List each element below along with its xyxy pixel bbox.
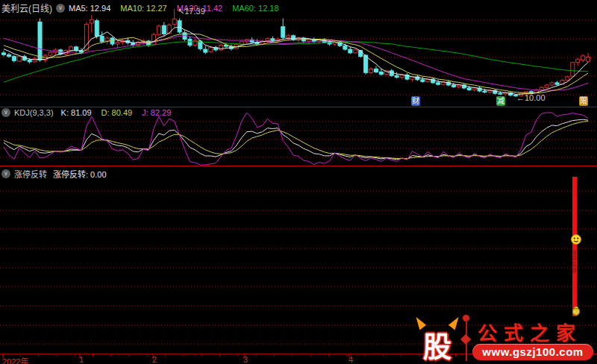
candle-body: [49, 52, 52, 55]
candle-body: [157, 26, 160, 34]
candle-body: [451, 85, 455, 87]
collapse-main-icon[interactable]: ∨: [56, 4, 65, 13]
logo-character: 股: [423, 324, 451, 364]
candle-body: [390, 71, 393, 75]
candle-body: [581, 56, 585, 60]
axis-label: 1: [79, 355, 84, 364]
watermark: 股 公式之家 www.gszj100.com: [409, 313, 597, 364]
candle-body: [354, 50, 357, 53]
candle-body: [374, 69, 378, 72]
signal-value: 涨停反转: 0.00: [53, 168, 107, 180]
ma5-value: MA5: 12.94: [69, 4, 110, 13]
candle-body: [38, 22, 42, 60]
candle-body: [266, 39, 269, 41]
kdj-d-value: D: 80.49: [101, 108, 133, 117]
candle-body: [369, 69, 373, 73]
high-price-label: ↖17.39: [178, 7, 205, 16]
candle-body: [271, 39, 275, 40]
main-panel-header: 美利云(日线) ∨ MA5: 12.94 MA10: 12.27 MA20: 1…: [1, 1, 279, 14]
chart-canvas: [0, 0, 597, 364]
site-name: 公式之家: [478, 318, 597, 345]
candle-body: [457, 85, 460, 87]
candle-body: [364, 55, 368, 72]
candle-body: [69, 47, 73, 51]
candle-body: [287, 36, 290, 37]
candle-body: [545, 85, 548, 87]
candle-body: [587, 57, 590, 62]
candle-body: [172, 19, 176, 24]
candle-body: [379, 72, 383, 75]
axis-label: 2022年: [2, 355, 28, 364]
event-icon[interactable]: 财: [411, 96, 420, 106]
candle-body: [116, 43, 119, 44]
candle-body: [75, 47, 78, 51]
candle-body: [437, 83, 440, 84]
kdj-title: KDJ(9,3,3): [14, 108, 54, 117]
candle-body: [555, 83, 559, 84]
axis-label: 4: [348, 355, 353, 364]
candle-body: [348, 49, 352, 53]
ma10-value: MA10: 12.27: [120, 4, 166, 13]
candle-body: [151, 34, 155, 45]
candle-body: [188, 40, 192, 46]
signal-bar: 涨停反转: [572, 177, 577, 316]
kdj-d-line: [4, 122, 588, 159]
candle-body: [359, 51, 363, 57]
candle-body: [100, 37, 104, 42]
kdj-k-value: K: 81.09: [61, 108, 92, 117]
candle-body: [162, 25, 166, 34]
low-price-label: ←10.00: [516, 93, 546, 102]
candle-body: [566, 77, 569, 81]
kdj-panel-header: ∨ KDJ(9,3,3) K: 81.09 D: 80.49 J: 82.29: [1, 108, 171, 117]
divider-diamond-icon: [460, 334, 471, 345]
candle-body: [540, 87, 543, 90]
event-icon[interactable]: 减: [496, 96, 505, 106]
kdj-j-value: J: 82.29: [142, 108, 171, 117]
candle-body: [105, 38, 109, 41]
bull-logo: 股: [416, 322, 457, 361]
candle-body: [193, 40, 197, 45]
candle-body: [571, 63, 575, 76]
stock-title: 美利云(日线): [1, 1, 52, 14]
ma5-line: [4, 27, 588, 94]
candle-body: [219, 46, 223, 50]
candle-body: [576, 60, 580, 63]
candle-body: [7, 54, 10, 56]
candle-body: [292, 36, 296, 40]
event-icon[interactable]: 限: [579, 96, 588, 106]
collapse-signal-icon[interactable]: ∨: [1, 169, 10, 178]
collapse-kdj-icon[interactable]: ∨: [1, 108, 10, 117]
candle-body: [204, 49, 207, 52]
candle-body: [95, 21, 99, 37]
candle-body: [395, 75, 398, 77]
signal-title: 涨停反转: [14, 168, 47, 180]
candle-body: [467, 88, 471, 90]
candle-body: [17, 57, 21, 61]
candle-body: [209, 48, 213, 52]
candle-body: [421, 80, 425, 81]
signal-bar-text: 涨停反转: [572, 250, 577, 274]
candle-body: [400, 75, 404, 78]
candle-body: [483, 91, 487, 92]
ma60-value: MA60: 12.18: [232, 4, 278, 13]
candle-body: [28, 60, 31, 62]
candle-body: [550, 83, 554, 85]
ma10-line: [4, 34, 588, 93]
trading-app-window: 美利云(日线) ∨ MA5: 12.94 MA10: 12.27 MA20: 1…: [0, 0, 597, 364]
candle-body: [343, 46, 347, 49]
candle-body: [12, 57, 16, 61]
candle-body: [178, 21, 181, 32]
smiley-face-icon: [570, 233, 582, 245]
candle-body: [472, 88, 476, 90]
site-url[interactable]: www.gszj100.com: [472, 344, 593, 360]
axis-label: 3: [243, 355, 248, 364]
axis-label: 2: [152, 355, 157, 364]
candle-body: [2, 53, 6, 54]
candle-body: [498, 93, 502, 94]
signal-panel-header: ∨ 涨停反转 涨停反转: 0.00: [1, 168, 107, 180]
candle-body: [281, 27, 285, 37]
candle-body: [90, 19, 93, 23]
